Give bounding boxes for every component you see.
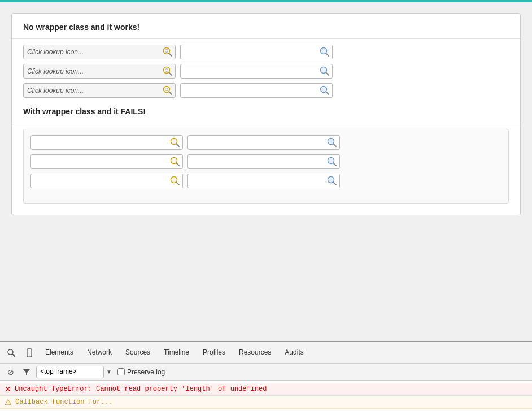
fail-btn-2-right[interactable]: [325, 155, 339, 168]
lookup-btn-3-left[interactable]: [160, 84, 175, 97]
fail-input-3-left[interactable]: [31, 177, 168, 185]
plain-field-3-right: [180, 83, 333, 98]
tab-resources[interactable]: Resources: [232, 342, 278, 364]
section2-row-2: [30, 154, 502, 169]
frame-dropdown-arrow[interactable]: ▼: [106, 369, 112, 375]
svg-line-13: [326, 73, 329, 76]
fail-input-2-left[interactable]: [31, 158, 168, 166]
filter-icon: [23, 368, 30, 376]
svg-point-12: [321, 68, 326, 72]
svg-point-42: [29, 355, 30, 356]
svg-point-37: [329, 178, 333, 182]
fail-btn-2-left[interactable]: [168, 155, 182, 168]
tab-elements[interactable]: Elements: [38, 342, 80, 364]
devtools-mobile-btn[interactable]: [20, 344, 38, 362]
fail-field-2-right: [187, 154, 340, 169]
content-panel: No wrapper class and it works! Click loo…: [11, 13, 521, 215]
lookup-placeholder-3: Click lookup icon...: [24, 87, 160, 94]
plain-field-2-right: [180, 64, 333, 79]
fail-input-2-right[interactable]: [188, 158, 325, 166]
lookup-icon-3-right: [319, 85, 330, 96]
fail-field-1-left: [30, 135, 183, 150]
console-error-1: ✕ Uncaught TypeError: Cannot read proper…: [0, 383, 532, 396]
console-error-2: ⚠ Callback function for...: [0, 396, 532, 409]
lookup-icon-1-left: [162, 46, 173, 58]
fail-icon-3-right: [326, 175, 338, 187]
lookup-btn-2-left[interactable]: [160, 64, 175, 78]
fail-btn-1-left[interactable]: [168, 136, 182, 149]
section2-row-3: [30, 174, 502, 188]
lookup-icon-2-left: [162, 66, 173, 77]
fail-input-3-right[interactable]: [188, 177, 325, 185]
fail-btn-1-right[interactable]: [325, 136, 339, 149]
svg-line-16: [169, 92, 172, 95]
fail-icon-2-right: [326, 156, 338, 167]
main-content: No wrapper class and it works! Click loo…: [0, 0, 532, 341]
preserve-log-text: Preserve log: [127, 368, 165, 376]
svg-point-19: [321, 87, 326, 92]
frame-select-box: <top frame>: [36, 366, 104, 378]
lookup-icon-3-left: [162, 85, 173, 96]
devtools-tabs: Elements Network Sources Timeline Profil…: [0, 342, 532, 364]
lookup-btn-1-right[interactable]: [317, 45, 332, 59]
section1-title: No wrapper class and it works!: [23, 23, 509, 32]
lookup-btn-3-right[interactable]: [317, 84, 332, 97]
fail-icon-1-left: [169, 137, 181, 148]
fail-icon-2-left: [169, 156, 181, 167]
magnifier-icon: [7, 348, 16, 357]
no-entry-btn[interactable]: ⊘: [5, 366, 17, 378]
fail-btn-3-left[interactable]: [168, 174, 182, 188]
error-text-1: Uncaught TypeError: Cannot read property…: [15, 385, 267, 393]
devtools-toolbar2: ⊘ <top frame> ▼ Preserve log: [0, 364, 532, 381]
filter-btn[interactable]: [20, 366, 33, 378]
lookup-placeholder-2: Click lookup icon...: [24, 67, 160, 75]
lookup-field-1-left: Click lookup icon...: [23, 45, 176, 59]
lookup-field-2-left: Click lookup icon...: [23, 64, 176, 79]
section1-rows: Click lookup icon...: [23, 45, 509, 98]
tab-sources[interactable]: Sources: [119, 342, 157, 364]
preserve-log-label[interactable]: Preserve log: [117, 368, 165, 376]
lookup-icon-1-right: [319, 46, 330, 58]
tab-timeline[interactable]: Timeline: [157, 342, 196, 364]
svg-point-28: [172, 158, 176, 163]
mobile-icon: [25, 348, 33, 357]
fail-icon-3-left: [169, 175, 181, 187]
svg-marker-43: [23, 369, 30, 375]
devtools-bar: Elements Network Sources Timeline Profil…: [0, 341, 532, 415]
input-2-right[interactable]: [181, 67, 317, 75]
fail-input-1-right[interactable]: [188, 139, 325, 146]
section1-row-1: Click lookup icon...: [23, 45, 509, 59]
section1-divider: [12, 38, 520, 39]
lookup-placeholder-1: Click lookup icon...: [24, 48, 160, 56]
svg-line-9: [169, 73, 172, 76]
svg-line-35: [177, 183, 180, 185]
lookup-btn-2-right[interactable]: [317, 64, 332, 78]
console-area: ✕ Uncaught TypeError: Cannot read proper…: [0, 381, 532, 415]
lookup-btn-1-left[interactable]: [160, 45, 175, 59]
section1-row-3: Click lookup icon...: [23, 83, 509, 98]
fail-btn-3-right[interactable]: [325, 174, 339, 188]
fail-input-1-left[interactable]: [31, 139, 168, 146]
svg-point-25: [329, 139, 333, 144]
svg-line-40: [13, 354, 15, 356]
fail-icon-1-right: [326, 137, 338, 148]
fail-field-2-left: [30, 154, 183, 169]
error-icon-1: ✕: [5, 384, 11, 394]
tab-profiles[interactable]: Profiles: [196, 342, 232, 364]
fail-field-3-right: [187, 174, 340, 188]
section2-title: With wrapper class and it FAILS!: [23, 107, 509, 116]
svg-point-39: [8, 349, 13, 355]
tab-audits[interactable]: Audits: [278, 342, 310, 364]
devtools-search-btn[interactable]: [2, 344, 20, 362]
lookup-field-3-left: Click lookup icon...: [23, 83, 176, 98]
preserve-log-checkbox[interactable]: [117, 368, 125, 375]
svg-point-31: [329, 158, 333, 163]
lookup-icon-2-right: [319, 66, 330, 77]
svg-line-23: [177, 144, 180, 147]
tab-network[interactable]: Network: [80, 342, 119, 364]
frame-select-area: <top frame> ▼: [36, 366, 112, 378]
svg-point-22: [172, 139, 176, 144]
svg-point-34: [172, 178, 176, 182]
input-3-right[interactable]: [181, 87, 317, 94]
input-1-right[interactable]: [181, 48, 317, 56]
